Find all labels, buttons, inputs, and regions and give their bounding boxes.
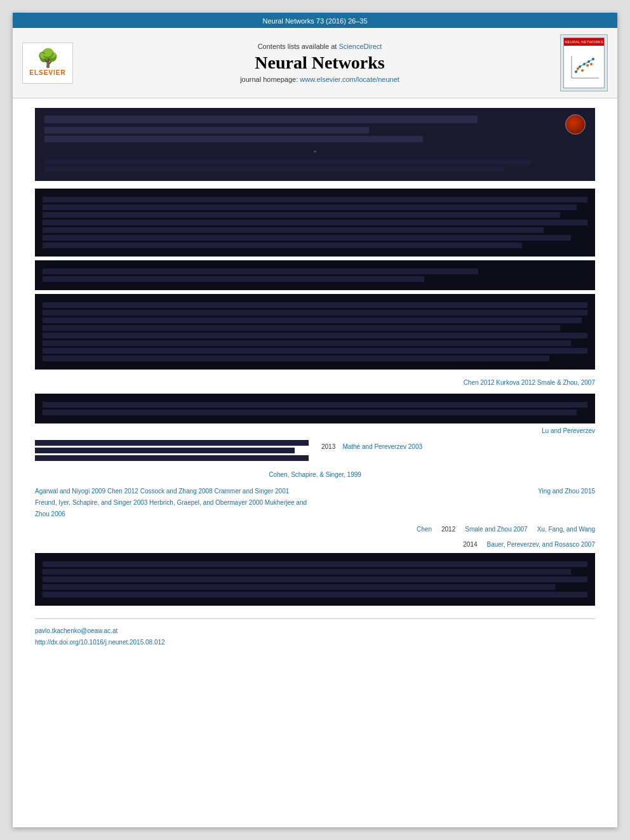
cover-inner: NEURAL NETWORKS <box>563 37 605 88</box>
lu-pereverzev-ref: Lu and Pereverzev <box>542 427 595 434</box>
cover-graph <box>568 46 600 88</box>
bauer-ref-row: 2014 Bauer, Pereverzev, and Rosasco 2007 <box>35 538 595 549</box>
page: Neural Networks 73 (2016) 26–35 🌳 ELSEVI… <box>13 13 617 827</box>
agarwal-ref-block: Agarwal and Niyogi 2009 Chen 2012 Cossoc… <box>35 484 595 519</box>
footer-doi-line: http://dx.doi.org/10.1016/j.neunet.2015.… <box>35 636 595 647</box>
abstract-section <box>35 189 595 257</box>
cohen-ref-block: Cohen, Schapire, & Singer, 1999 <box>35 468 595 479</box>
ying-zhou-ref: Ying and Zhou 2015 <box>538 488 595 495</box>
email-link[interactable]: pavlo.tkachenko@oeaw.ac.at <box>35 627 117 634</box>
journal-cover-image: NEURAL NETWORKS <box>560 34 608 91</box>
content-area: * <box>13 98 617 657</box>
svg-point-8 <box>581 69 584 72</box>
chen2-ref: Chen <box>417 526 432 533</box>
elsevier-logo-img: 🌳 ELSEVIER <box>22 43 73 84</box>
journal-title-center: Contents lists available at ScienceDirec… <box>89 43 551 83</box>
intro-section <box>35 294 595 370</box>
year-2013-ref: 2013 Mathé and Pereverzev 2003 <box>321 442 595 452</box>
footer-email-line: pavlo.tkachenko@oeaw.ac.at <box>35 624 595 636</box>
year-2012-col: 2012 <box>441 523 455 534</box>
lu-ref-block: Lu and Pereverzev <box>35 427 595 434</box>
keywords-section <box>35 260 595 290</box>
two-col-ref-area: 2013 Mathé and Pereverzev 2003 <box>35 438 595 463</box>
xu-fang-ref-col: Xu, Fang, and Wang <box>537 523 595 534</box>
journal-homepage-link[interactable]: www.elsevier.com/locate/neunet <box>300 76 399 83</box>
svg-point-7 <box>577 67 579 70</box>
body-section-2 <box>35 553 595 606</box>
chen2-ref-col: Chen <box>417 523 432 534</box>
journal-citation: Neural Networks 73 (2016) 26–35 <box>262 17 367 25</box>
body-section-1 <box>35 394 595 423</box>
sciencedirect-link[interactable]: ScienceDirect <box>338 43 382 50</box>
cover-header-bar: NEURAL NETWORKS <box>564 38 604 46</box>
cover-chart-icon <box>568 53 600 81</box>
col-left <box>35 438 309 463</box>
open-access-badge <box>565 114 586 135</box>
cover-title-small: NEURAL NETWORKS <box>565 40 603 44</box>
cohen-schapire-ref: Cohen, Schapire, & Singer, 1999 <box>269 471 361 478</box>
mathe-ref: Mathé and Pereverzev 2003 <box>342 443 422 450</box>
journal-citation-bar: Neural Networks 73 (2016) 26–35 <box>13 13 617 28</box>
elsevier-logo-block: 🌳 ELSEVIER <box>22 43 79 84</box>
bauer-pereverzev-ref: Bauer, Pereverzev, and Rosasco 2007 <box>487 541 595 548</box>
bauer-ref-col: Bauer, Pereverzev, and Rosasco 2007 <box>487 538 595 549</box>
year-2014-col: 2014 <box>463 538 477 549</box>
smale-zhou-ref-col: Smale and Zhou 2007 <box>465 523 527 534</box>
elsevier-label: ELSEVIER <box>29 69 65 76</box>
elsevier-tree-icon: 🌳 <box>37 50 59 67</box>
smale-zhou-ref: Smale and Zhou 2007 <box>465 526 527 533</box>
journal-homepage-text: journal homepage: www.elsevier.com/locat… <box>89 76 551 83</box>
svg-point-10 <box>590 63 593 65</box>
journal-title: Neural Networks <box>89 53 551 73</box>
col-right: 2013 Mathé and Pereverzev 2003 <box>321 438 595 463</box>
contents-available-text: Contents lists available at ScienceDirec… <box>89 43 551 50</box>
chen-kurkova-ref-line: Chen 2012 Kurkova 2012 Smale & Zhou, 200… <box>35 376 595 387</box>
agarwal-niyogi-ref: Agarwal and Niyogi 2009 Chen 2012 Cossoc… <box>35 488 307 517</box>
xu-fang-wang-ref: Xu, Fang, and Wang <box>537 526 595 533</box>
doi-link[interactable]: http://dx.doi.org/10.1016/j.neunet.2015.… <box>35 639 165 646</box>
footer-links: pavlo.tkachenko@oeaw.ac.at http://dx.doi… <box>35 618 595 647</box>
ying-zhou-ref-block: Ying and Zhou 2015 <box>321 484 595 519</box>
agarwal-block-text: Agarwal and Niyogi 2009 Chen 2012 Cossoc… <box>35 484 309 519</box>
chen-smale-ref-row: Chen 2012 Smale and Zhou 2007 Xu, Fang, … <box>35 523 595 534</box>
journal-header: 🌳 ELSEVIER Contents lists available at S… <box>13 28 617 98</box>
article-title-box: * <box>35 108 595 181</box>
svg-point-9 <box>586 64 589 67</box>
chen-kurkova-ref: Chen 2012 Kurkova 2012 Smale & Zhou, 200… <box>464 379 595 386</box>
